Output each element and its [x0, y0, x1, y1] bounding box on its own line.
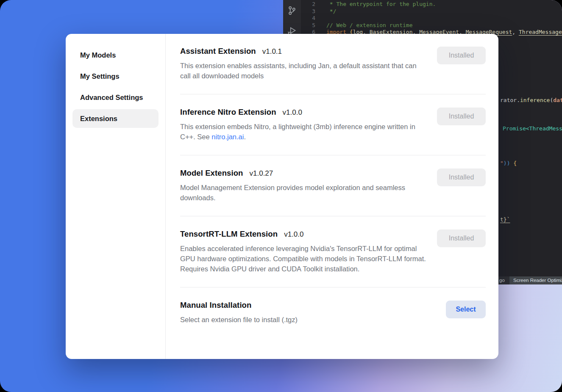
- manual-installation-title: Manual Installation: [180, 301, 251, 310]
- screen-reader-optimized-chip[interactable]: Screen Reader Optimized: [509, 276, 562, 284]
- extension-version: v1.0.1: [262, 47, 282, 56]
- extension-title: Inference Nitro Extension: [180, 108, 276, 117]
- installed-button[interactable]: Installed: [437, 229, 486, 247]
- extension-title: Assistant Extension: [180, 47, 256, 56]
- extension-row-inference-nitro: Inference Nitro Extension v1.0.0 This ex…: [180, 94, 486, 155]
- settings-sidebar: My Models My Settings Advanced Settings …: [66, 34, 166, 359]
- status-text-fragment: go: [499, 277, 505, 284]
- manual-installation-description: Select an extension file to install (.tg…: [180, 315, 298, 325]
- nitro-jan-ai-link[interactable]: nitro.jan.ai: [211, 133, 244, 141]
- extension-description: This extension enables assistants, inclu…: [180, 61, 428, 81]
- installed-button[interactable]: Installed: [437, 168, 486, 186]
- desktop-canvas: 2 * The entrypoint for the plugin.3 */45…: [0, 0, 562, 392]
- extension-row-model: Model Extension v1.0.27 Model Management…: [180, 155, 486, 216]
- code-lines: 2 * The entrypoint for the plugin.3 */45…: [301, 1, 562, 36]
- sidebar-item-advanced-settings[interactable]: Advanced Settings: [72, 88, 159, 107]
- select-file-button[interactable]: Select: [446, 301, 486, 318]
- installed-button[interactable]: Installed: [437, 47, 486, 64]
- extension-row-assistant: Assistant Extension v1.0.1 This extensio…: [180, 34, 486, 94]
- installed-button[interactable]: Installed: [437, 108, 486, 125]
- sidebar-item-my-models[interactable]: My Models: [72, 46, 159, 64]
- extension-title: TensortRT-LLM Extension: [180, 229, 278, 239]
- extension-row-tensorrt-llm: TensortRT-LLM Extension v1.0.0 Enables a…: [180, 216, 486, 287]
- settings-card: My Models My Settings Advanced Settings …: [66, 34, 498, 359]
- extension-description: This extension embeds Nitro, a lightweig…: [180, 121, 428, 142]
- extension-version: v1.0.0: [283, 108, 302, 117]
- extension-description: Model Management Extension provides mode…: [180, 182, 428, 203]
- source-control-icon[interactable]: [287, 5, 298, 16]
- description-text: .: [244, 133, 246, 141]
- extensions-list: Assistant Extension v1.0.1 This extensio…: [166, 34, 498, 359]
- extension-version: v1.0.0: [284, 230, 303, 239]
- manual-installation-row: Manual Installation Select an extension …: [180, 287, 486, 338]
- sidebar-item-my-settings[interactable]: My Settings: [72, 67, 159, 86]
- extension-version: v1.0.27: [250, 169, 273, 178]
- sidebar-item-extensions[interactable]: Extensions: [72, 109, 159, 128]
- extension-description: Enables accelerated inference leveraging…: [180, 243, 428, 274]
- extension-title: Model Extension: [180, 168, 243, 178]
